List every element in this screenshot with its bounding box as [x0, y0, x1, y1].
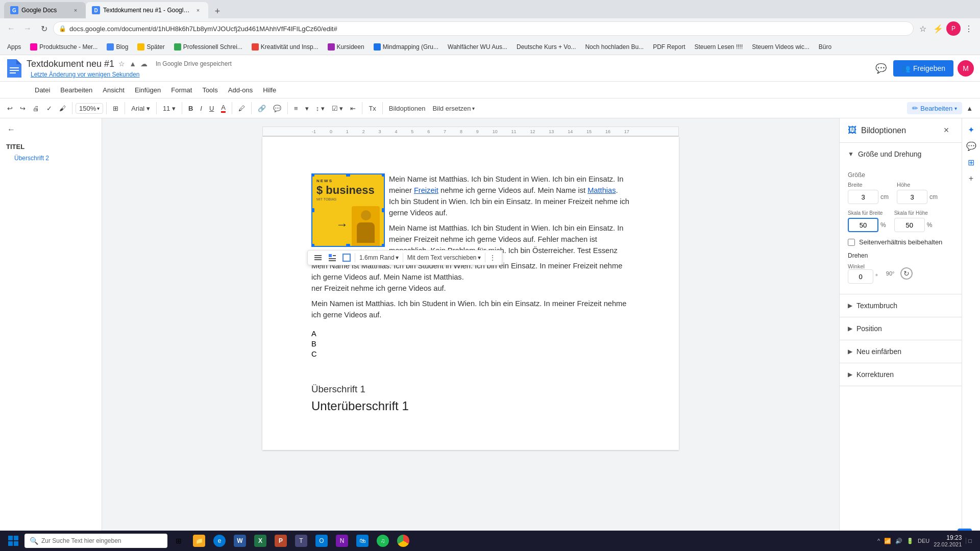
- outline-h2[interactable]: Überschrift 2: [4, 153, 97, 164]
- star-icon[interactable]: ☆: [118, 60, 125, 68]
- width-input[interactable]: [848, 190, 878, 204]
- rotate-cw-button[interactable]: ↻: [900, 267, 913, 280]
- matthias-link[interactable]: Matthias: [587, 186, 616, 194]
- redo-button[interactable]: ↪: [17, 103, 29, 114]
- explore-button[interactable]: ✦: [964, 122, 978, 137]
- bookmark-büro[interactable]: Büro: [816, 42, 835, 52]
- user-avatar[interactable]: M: [958, 60, 974, 77]
- align-center-btn[interactable]: [326, 253, 338, 263]
- recolor-header[interactable]: ▶ Neu einfärben: [840, 340, 962, 363]
- taskbar-teams[interactable]: T: [292, 532, 310, 550]
- taskbar-spotify[interactable]: ♫: [374, 532, 392, 550]
- align-left-btn[interactable]: [312, 253, 324, 263]
- address-bar[interactable]: 🔒 docs.google.com/document/d/1hUH8k6h7Lb…: [53, 21, 914, 36]
- outline-title[interactable]: TITEL: [4, 141, 97, 153]
- doc-title[interactable]: Textdokument neu #1: [27, 59, 114, 69]
- bildoptionen-button[interactable]: Bildoptionen: [386, 103, 429, 114]
- doc-image[interactable]: NEWS $ business MIT TOBIAS: [311, 173, 385, 247]
- scale-height-input[interactable]: [894, 218, 925, 232]
- linespace-button[interactable]: ↕ ▾: [313, 103, 328, 114]
- menu-hilfe[interactable]: Hilfe: [259, 84, 280, 96]
- taskbar-word[interactable]: W: [231, 532, 249, 550]
- underline-button[interactable]: U: [206, 103, 217, 114]
- height-input[interactable]: [897, 190, 927, 204]
- bookmark-blog[interactable]: Blog: [104, 42, 131, 52]
- bookmark-steuern-videos[interactable]: Steuern Videos wic...: [749, 42, 813, 52]
- profile-button[interactable]: P: [946, 21, 961, 36]
- taskbar-onenote[interactable]: N: [333, 532, 351, 550]
- sidebar-back-button[interactable]: ←: [4, 122, 18, 137]
- show-desktop-button[interactable]: □: [966, 538, 972, 544]
- comment-add-button[interactable]: 💬: [270, 103, 284, 114]
- menu-ansicht[interactable]: Ansicht: [99, 84, 129, 96]
- format-type-button[interactable]: ⊞: [110, 103, 121, 114]
- align-button[interactable]: ≡: [291, 103, 301, 114]
- bold-button[interactable]: B: [185, 103, 196, 114]
- doc-canvas[interactable]: -1 0 1 2 3 4 5 6 7 8 9 10 11 12 13 14 15: [102, 118, 839, 551]
- font-family-button[interactable]: Arial ▾: [128, 103, 153, 114]
- angle-input[interactable]: [848, 269, 873, 284]
- taskbar-excel[interactable]: X: [251, 532, 270, 550]
- text-color-button[interactable]: A: [218, 102, 229, 115]
- scale-width-input[interactable]: [848, 218, 878, 232]
- taskbar-edge[interactable]: e: [210, 532, 229, 550]
- systray-clock[interactable]: 19:23 22.02.2021: [934, 534, 962, 547]
- bookmark-kursideen[interactable]: Kursideen: [325, 42, 368, 52]
- tab-add-button[interactable]: +: [210, 4, 225, 18]
- task-view-button[interactable]: ⊞: [169, 532, 188, 550]
- taskbar-chrome[interactable]: [394, 532, 412, 550]
- tab-google-docs[interactable]: G Google Docs ×: [4, 2, 86, 18]
- systray-network[interactable]: 📶: [884, 538, 891, 544]
- bookmark-später[interactable]: Später: [134, 42, 167, 52]
- print-button[interactable]: 🖨: [30, 103, 42, 114]
- doc-image-wrapper[interactable]: NEWS $ business MIT TOBIAS: [311, 173, 385, 247]
- undo-button[interactable]: ↩: [4, 103, 16, 114]
- menu-datei[interactable]: Datei: [31, 84, 54, 96]
- bookmark-produktsuche[interactable]: Produktsuche - Mer...: [27, 42, 101, 52]
- bookmark-kreativität[interactable]: Kreativität und Insp...: [249, 42, 322, 52]
- systray-chevron[interactable]: ^: [877, 538, 880, 544]
- indent-less-button[interactable]: ⇤: [347, 103, 359, 114]
- drive-icon[interactable]: ▲: [129, 60, 136, 68]
- bookmark-pdf[interactable]: PDF Report: [650, 42, 688, 52]
- italic-button[interactable]: I: [197, 103, 205, 114]
- checklist-button[interactable]: ☑ ▾: [329, 103, 347, 114]
- add-side-button[interactable]: +: [964, 171, 978, 186]
- taskbar-outlook[interactable]: O: [312, 532, 331, 550]
- tab-textdoc[interactable]: D Textdokument neu #1 - Google ... ×: [86, 2, 208, 18]
- taskbar-store[interactable]: 🛍: [353, 532, 372, 550]
- font-size-button[interactable]: 11 ▾: [160, 103, 179, 114]
- link-button[interactable]: 🔗: [255, 103, 269, 114]
- reload-button[interactable]: ↻: [37, 21, 51, 36]
- back-button[interactable]: ←: [4, 21, 18, 36]
- highlight-button[interactable]: 🖊: [235, 103, 248, 114]
- extensions-button[interactable]: ⚡: [931, 21, 945, 36]
- cloud-icon[interactable]: ☁: [140, 60, 148, 68]
- clear-format-button[interactable]: Tx: [365, 103, 379, 114]
- textumbruch-header[interactable]: ▶ Textumbruch: [840, 294, 962, 317]
- spellcheck-button[interactable]: ✓: [43, 103, 55, 114]
- menu-addons[interactable]: Add-ons: [224, 84, 257, 96]
- collapse-toolbar-button[interactable]: ▲: [963, 103, 976, 114]
- bookmark-apps[interactable]: Apps: [4, 42, 24, 52]
- bild-ersetzen-dropdown[interactable]: Bild ersetzen ▾: [429, 103, 477, 114]
- forward-button[interactable]: →: [20, 21, 35, 36]
- bookmark-deutsche[interactable]: Deutsche Kurs + Vo...: [513, 42, 579, 52]
- share-button[interactable]: 👥 Freigeben: [893, 60, 953, 77]
- paint-format-button[interactable]: 🖌: [56, 103, 69, 114]
- align-right-btn[interactable]: [340, 253, 353, 263]
- comments-side-button[interactable]: 💬: [964, 139, 978, 153]
- menu-einfügen[interactable]: Einfügen: [131, 84, 165, 96]
- freizeit-link[interactable]: Freizeit: [414, 186, 438, 194]
- tab-close-1[interactable]: ×: [71, 6, 80, 14]
- corrections-header[interactable]: ▶ Korrekturen: [840, 363, 962, 386]
- margin-dropdown[interactable]: 1.6mm Rand ▾: [357, 253, 401, 262]
- wrap-dropdown[interactable]: Mit dem Text verschieben ▾: [405, 253, 483, 262]
- size-rotation-header[interactable]: ▼ Größe und Drehung: [840, 143, 962, 165]
- bookmark-mindmapping[interactable]: Mindmapping (Gru...: [371, 42, 442, 52]
- menu-bearbeiten[interactable]: Bearbeiten: [56, 84, 96, 96]
- bookmark-professionell[interactable]: Professionell Schrei...: [171, 42, 246, 52]
- bookmark-steuern-lesen[interactable]: Steuern Lesen !!!!: [691, 42, 746, 52]
- position-header[interactable]: ▶ Position: [840, 317, 962, 340]
- taskbar-powerpoint[interactable]: P: [272, 532, 290, 550]
